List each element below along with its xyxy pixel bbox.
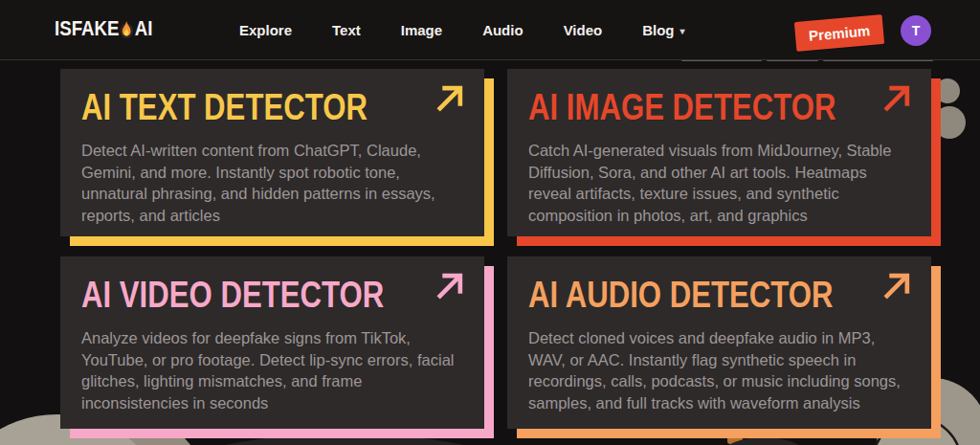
site-logo[interactable]: ISFAKE AI [55, 16, 152, 41]
premium-button[interactable]: Premium [794, 14, 885, 52]
card-title: AI TEXT DETECTOR [81, 89, 393, 125]
card-description: Detect cloned voices and deepfake audio … [528, 327, 908, 413]
flame-icon [120, 20, 133, 39]
cloud-bubbles-right [930, 77, 969, 144]
card-ai-video-detector[interactable]: AI VIDEO DETECTOR Analyze videos for dee… [60, 256, 484, 429]
main-nav: Explore Text Image Audio Video Blog ▾ [239, 0, 685, 60]
avatar-initial: T [912, 23, 921, 38]
arrow-up-right-icon[interactable] [434, 83, 465, 115]
card-title: AI VIDEO DETECTOR [81, 277, 393, 313]
logo-text-right: AI [135, 16, 153, 41]
arrow-up-right-icon[interactable] [880, 83, 912, 115]
nav-item-text[interactable]: Text [332, 22, 361, 38]
card-title: AI IMAGE DETECTOR [528, 89, 840, 125]
nav-item-explore[interactable]: Explore [239, 22, 292, 38]
card-description: Catch AI-generated visuals from MidJourn… [528, 140, 908, 226]
card-description: Detect AI-written content from ChatGPT, … [81, 140, 461, 226]
arrow-up-right-icon[interactable] [434, 271, 465, 302]
nav-item-image[interactable]: Image [401, 22, 442, 38]
nav-item-blog[interactable]: Blog ▾ [642, 22, 684, 38]
dark-dome-center [718, 435, 813, 445]
card-ai-audio-detector[interactable]: AI AUDIO DETECTOR Detect cloned voices a… [507, 256, 931, 429]
nav-item-video[interactable]: Video [564, 22, 603, 38]
chevron-down-icon: ▾ [680, 26, 685, 36]
card-ai-image-detector[interactable]: AI IMAGE DETECTOR Catch AI-generated vis… [507, 69, 931, 236]
card-description: Analyze videos for deepfake signs from T… [81, 327, 461, 413]
nav-item-audio[interactable]: Audio [482, 22, 523, 38]
arrow-up-right-icon[interactable] [880, 271, 912, 302]
card-ai-text-detector[interactable]: AI TEXT DETECTOR Detect AI-written conte… [60, 69, 484, 236]
dark-dome-left [124, 434, 574, 445]
user-avatar[interactable]: T [901, 15, 931, 46]
top-navigation-bar: ISFAKE AI Explore Text Image Audio Video… [0, 0, 980, 60]
logo-text-left: ISFAKE [55, 16, 120, 41]
card-title: AI AUDIO DETECTOR [528, 277, 840, 313]
